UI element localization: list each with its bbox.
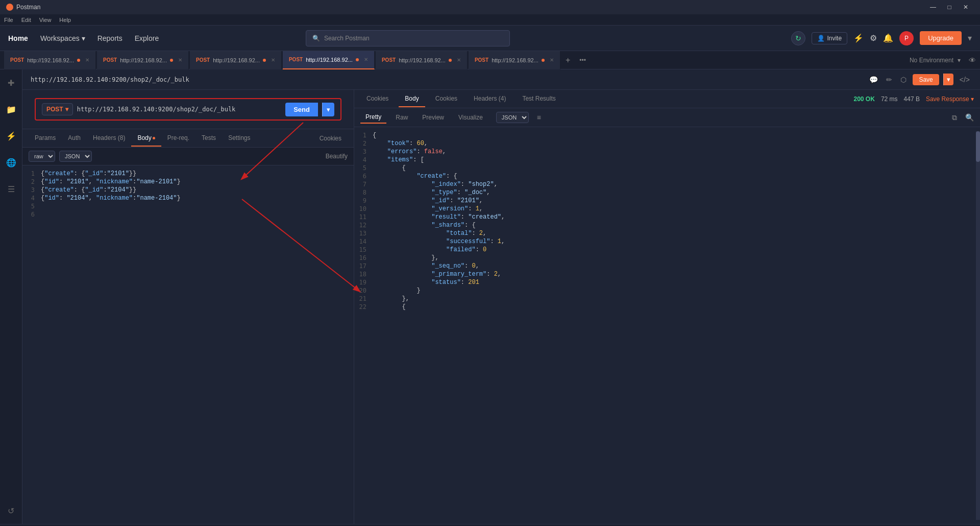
resp-line-22: 22 { — [354, 303, 976, 311]
more-tabs-button[interactable]: ••• — [575, 57, 590, 64]
invite-button[interactable]: 👤 Invite — [812, 32, 847, 44]
environments-icon[interactable]: 🌐 — [2, 153, 20, 172]
resp-line-20: 20 } — [354, 286, 976, 295]
share-icon[interactable]: ⬡ — [898, 74, 909, 86]
bell-icon[interactable]: 🔔 — [883, 33, 893, 43]
tab-cookies-req[interactable]: Cookies — [313, 131, 348, 146]
tab-prereq[interactable]: Pre-req. — [161, 130, 195, 147]
save-dropdown-button[interactable]: ▾ — [943, 74, 953, 85]
scrollbar-thumb[interactable] — [976, 131, 980, 162]
tab-close-5[interactable]: ✕ — [550, 57, 554, 63]
comment-icon[interactable]: 💬 — [867, 74, 880, 86]
beautify-button[interactable]: Beautify — [326, 153, 348, 160]
format-raw[interactable]: Raw — [390, 112, 413, 123]
tab-0[interactable]: POST http://192.168.92... ✕ — [4, 51, 96, 69]
format-visualize[interactable]: Visualize — [453, 112, 488, 123]
code-icon[interactable]: </> — [958, 74, 972, 86]
resp-cookies2-tab[interactable]: Cookies — [429, 91, 463, 107]
new-request-icon[interactable]: ✚ — [2, 74, 20, 92]
tab-params[interactable]: Params — [29, 130, 62, 147]
tab-url-4: http://192.168.92... — [399, 57, 446, 63]
copy-icon[interactable]: ⧉ — [952, 113, 957, 122]
menu-bar: File Edit View Help — [0, 14, 980, 26]
send-button[interactable]: Send — [285, 103, 318, 116]
tab-1[interactable]: POST http://192.168.92... ✕ — [97, 51, 189, 69]
method-chevron: ▾ — [65, 106, 68, 113]
tab-body[interactable]: Body — [131, 130, 161, 147]
filter-icon[interactable]: ≡ — [537, 113, 541, 122]
sync-icon[interactable]: ↻ — [791, 31, 805, 45]
tab-close-4[interactable]: ✕ — [457, 57, 461, 63]
avatar[interactable]: P — [899, 31, 914, 45]
tab-3[interactable]: POST http://192.168.92... ✕ — [283, 51, 375, 69]
tab-method-4: POST — [382, 57, 396, 63]
new-tab-button[interactable]: + — [561, 56, 574, 65]
close-button[interactable]: ✕ — [958, 0, 974, 14]
search-bar[interactable]: 🔍 Search Postman — [306, 30, 510, 46]
settings-icon[interactable]: ⚙ — [870, 33, 877, 43]
history-icon[interactable]: ↺ — [2, 501, 20, 520]
tab-dot-1 — [170, 59, 173, 62]
tab-auth[interactable]: Auth — [62, 130, 87, 147]
tab-headers[interactable]: Headers (8) — [87, 130, 131, 147]
tab-close-2[interactable]: ✕ — [271, 57, 275, 63]
url-input[interactable] — [77, 106, 282, 113]
menu-help[interactable]: Help — [59, 17, 71, 23]
menu-edit[interactable]: Edit — [21, 17, 31, 23]
sync-button[interactable]: ⚡ — [853, 33, 864, 43]
code-line-5: 5 — [22, 202, 354, 210]
resp-line-4: 4 "items": [ — [354, 156, 976, 164]
collections-icon[interactable]: 📁 — [2, 100, 20, 118]
upgrade-chevron[interactable]: ▾ — [968, 33, 972, 43]
body-format-select[interactable]: raw — [29, 151, 55, 162]
response-format-select[interactable]: JSON — [496, 112, 529, 123]
tab-close-3[interactable]: ✕ — [364, 57, 368, 62]
save-response-button[interactable]: Save Response ▾ — [926, 95, 974, 103]
tab-close-0[interactable]: ✕ — [85, 57, 89, 63]
resp-headers-tab[interactable]: Headers (4) — [468, 91, 512, 107]
search-response-icon[interactable]: 🔍 — [965, 113, 974, 122]
tab-close-1[interactable]: ✕ — [178, 57, 182, 63]
mock-icon[interactable]: ☰ — [2, 180, 20, 198]
nav-right: ↻ 👤 Invite ⚡ ⚙ 🔔 P Upgrade ▾ — [791, 31, 972, 45]
tab-settings[interactable]: Settings — [222, 130, 256, 147]
nav-bar: Home Workspaces ▾ Reports Explore 🔍 Sear… — [0, 26, 980, 51]
format-preview[interactable]: Preview — [417, 112, 449, 123]
send-dropdown-button[interactable]: ▾ — [322, 103, 334, 116]
request-body-editor[interactable]: 1 {"create": {"_id":"2101"}} 2 {"id": "2… — [22, 165, 354, 524]
env-label: No Environment — [910, 57, 953, 64]
format-pretty[interactable]: Pretty — [360, 111, 386, 124]
tab-5[interactable]: POST http://192.168.92... ✕ — [469, 51, 560, 69]
maximize-button[interactable]: □ — [941, 0, 958, 14]
env-eye-icon[interactable]: 👁 — [969, 56, 976, 64]
env-chevron[interactable]: ▾ — [958, 57, 961, 64]
nav-home[interactable]: Home — [8, 34, 28, 42]
code-line-2: 2 {"id": "2101", "nickname":"name-2101"} — [22, 178, 354, 186]
save-button[interactable]: Save — [913, 74, 939, 85]
resp-testresults-tab[interactable]: Test Results — [516, 91, 561, 107]
method-selector[interactable]: POST ▾ — [42, 103, 73, 115]
edit-icon[interactable]: ✏ — [884, 74, 894, 86]
tab-dot-4 — [449, 59, 452, 62]
resp-line-2: 2 "took": 60, — [354, 139, 976, 148]
minimize-button[interactable]: — — [925, 0, 941, 14]
nav-workspaces[interactable]: Workspaces ▾ — [40, 34, 85, 42]
response-scrollbar[interactable] — [976, 131, 980, 520]
tab-2[interactable]: POST http://192.168.92... ✕ — [190, 51, 282, 69]
menu-file[interactable]: File — [4, 17, 13, 23]
resp-line-17: 17 "_seq_no": 0, — [354, 262, 976, 270]
nav-explore[interactable]: Explore — [135, 34, 159, 42]
resp-body-tab[interactable]: Body — [399, 91, 425, 107]
tab-tests[interactable]: Tests — [195, 130, 222, 147]
nav-reports[interactable]: Reports — [97, 34, 122, 42]
body-type-select[interactable]: JSON — [59, 151, 92, 162]
status-badge: 200 OK — [854, 95, 875, 103]
resp-cookies-tab[interactable]: Cookies — [360, 91, 395, 107]
upgrade-button[interactable]: Upgrade — [920, 31, 962, 45]
tab-4[interactable]: POST http://192.168.92... ✕ — [376, 51, 468, 69]
resp-line-11: 11 "result": "created", — [354, 213, 976, 221]
tab-dot-3 — [356, 58, 359, 61]
menu-view[interactable]: View — [39, 17, 52, 23]
app-icon — [6, 4, 13, 11]
api-icon[interactable]: ⚡ — [2, 127, 20, 145]
